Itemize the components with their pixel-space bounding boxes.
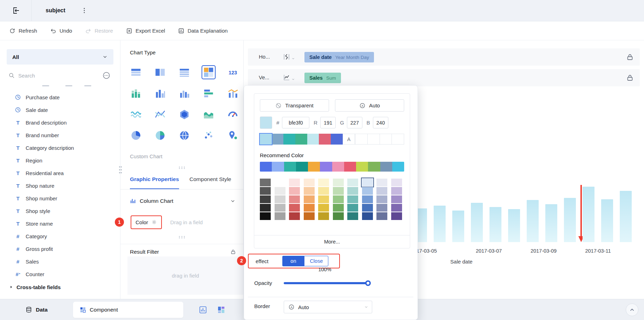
custom-chart-label[interactable]: Custom Chart <box>130 153 163 159</box>
recommend-swatch[interactable] <box>296 162 308 172</box>
gear-icon[interactable] <box>151 219 157 225</box>
auto-color-button[interactable]: A Auto <box>335 99 404 112</box>
chart-type-map[interactable] <box>178 129 191 142</box>
recommend-swatch[interactable] <box>356 162 368 172</box>
grid-swatch[interactable] <box>318 204 329 212</box>
grid-swatch[interactable] <box>362 204 373 212</box>
grid-swatch[interactable] <box>304 212 315 220</box>
color-property[interactable]: Color <box>131 215 162 229</box>
search-options-icon[interactable] <box>103 72 110 79</box>
quick-swatch[interactable] <box>272 134 284 145</box>
field-item[interactable]: TBrand description <box>0 116 120 129</box>
grid-swatch[interactable] <box>391 212 402 220</box>
grid-swatch[interactable] <box>333 204 344 212</box>
field-scope-select[interactable]: All <box>7 49 113 65</box>
grid-swatch[interactable] <box>391 195 402 203</box>
field-item[interactable]: TShop style <box>0 205 120 217</box>
effect-on-button[interactable]: on <box>282 256 304 266</box>
empty-swatch[interactable] <box>380 134 392 145</box>
tab-data[interactable]: Data <box>25 306 48 313</box>
vertical-axis-type-button[interactable] <box>283 74 295 81</box>
field-item[interactable]: TRegion <box>0 154 120 167</box>
grid-swatch[interactable] <box>260 195 271 203</box>
chart-type-cross-table[interactable] <box>154 66 166 79</box>
field-pill-sale-date[interactable]: Sale date Year Month Day <box>304 52 374 62</box>
grid-swatch[interactable] <box>275 179 285 186</box>
chart-type-column[interactable] <box>154 87 166 100</box>
grid-swatch[interactable] <box>391 187 402 195</box>
grid-swatch[interactable] <box>376 195 387 203</box>
recommend-swatch[interactable] <box>392 162 404 172</box>
grid-swatch[interactable] <box>362 187 373 195</box>
recommend-swatch[interactable] <box>260 162 272 172</box>
opacity-slider[interactable] <box>284 282 368 284</box>
field-item[interactable]: TStore name <box>0 217 120 230</box>
refresh-button[interactable]: Refresh <box>9 28 37 34</box>
g-input[interactable]: 227 <box>347 117 362 128</box>
chart-type-rose-pie[interactable] <box>154 129 166 142</box>
grid-swatch[interactable] <box>391 179 402 186</box>
tab-component[interactable]: Component <box>73 302 183 318</box>
data-explanation-button[interactable]: Data Explanation <box>178 28 228 34</box>
add-chart-button[interactable] <box>199 306 207 314</box>
transparent-button[interactable]: Transparent <box>260 99 329 112</box>
grid-swatch[interactable] <box>333 187 344 195</box>
chart-type-scatter[interactable] <box>202 129 215 142</box>
more-menu-button[interactable] <box>79 6 89 15</box>
quick-swatch[interactable] <box>331 134 343 145</box>
field-item[interactable]: TBrand number <box>0 129 120 141</box>
quick-swatch[interactable] <box>295 134 307 145</box>
grid-swatch[interactable] <box>318 195 329 203</box>
grid-swatch[interactable] <box>376 204 387 212</box>
effect-close-button[interactable]: Close <box>304 256 328 266</box>
grid-swatch[interactable] <box>275 187 285 195</box>
alpha-swatch[interactable]: A <box>343 134 355 145</box>
grid-swatch[interactable] <box>304 187 315 195</box>
grid-swatch[interactable] <box>318 187 329 195</box>
recommend-swatch[interactable] <box>380 162 392 172</box>
add-dashboard-button[interactable] <box>217 306 225 314</box>
column-chart-section-header[interactable]: Column Chart <box>120 193 243 209</box>
recommend-swatch[interactable] <box>344 162 356 172</box>
b-input[interactable]: 240 <box>373 117 388 128</box>
grid-swatch[interactable] <box>260 204 271 212</box>
section-drag-handle-2[interactable] <box>178 235 186 239</box>
grid-swatch[interactable] <box>347 212 358 220</box>
grid-swatch[interactable] <box>289 195 300 203</box>
grid-swatch[interactable] <box>318 179 329 186</box>
quick-swatch[interactable] <box>260 134 272 145</box>
chart-type-detail-table[interactable] <box>178 66 191 79</box>
grid-swatch[interactable] <box>260 179 271 186</box>
recommend-swatch[interactable] <box>332 162 344 172</box>
grid-swatch[interactable] <box>304 195 315 203</box>
quick-swatch[interactable] <box>319 134 331 145</box>
chart-type-indicator-123[interactable]: 123 <box>226 66 239 79</box>
chart-type-wave[interactable] <box>130 108 142 121</box>
chart-type-pie[interactable] <box>130 129 142 142</box>
recommend-swatch[interactable] <box>284 162 296 172</box>
recommend-swatch[interactable] <box>272 162 284 172</box>
field-item[interactable]: TCategory description <box>0 141 120 154</box>
cross-table-fields-toggle[interactable]: Cross-table fields <box>0 280 120 294</box>
chart-type-color-block[interactable] <box>202 66 215 79</box>
grid-swatch[interactable] <box>275 204 285 212</box>
empty-swatch[interactable] <box>392 134 404 145</box>
grid-swatch[interactable] <box>347 204 358 212</box>
grid-swatch[interactable] <box>376 187 387 195</box>
quick-swatch[interactable] <box>307 134 319 145</box>
opacity-slider-handle[interactable] <box>365 280 371 286</box>
collapse-panel-button[interactable] <box>626 304 638 316</box>
grid-swatch[interactable] <box>333 212 344 220</box>
grid-swatch[interactable] <box>289 187 300 195</box>
quick-swatch[interactable] <box>283 134 295 145</box>
recommend-swatch[interactable] <box>320 162 332 172</box>
field-item[interactable]: #Gross profit <box>0 242 120 255</box>
empty-swatch[interactable] <box>355 134 368 145</box>
field-item[interactable]: TShop number <box>0 192 120 205</box>
grid-swatch[interactable] <box>289 212 300 220</box>
tab-graphic-properties[interactable]: Graphic Properties <box>130 173 179 189</box>
field-item[interactable]: #*Counter <box>0 268 120 280</box>
chart-type-gauge[interactable] <box>226 108 239 121</box>
field-item[interactable]: TShop nature <box>0 179 120 192</box>
back-button[interactable] <box>0 0 32 21</box>
